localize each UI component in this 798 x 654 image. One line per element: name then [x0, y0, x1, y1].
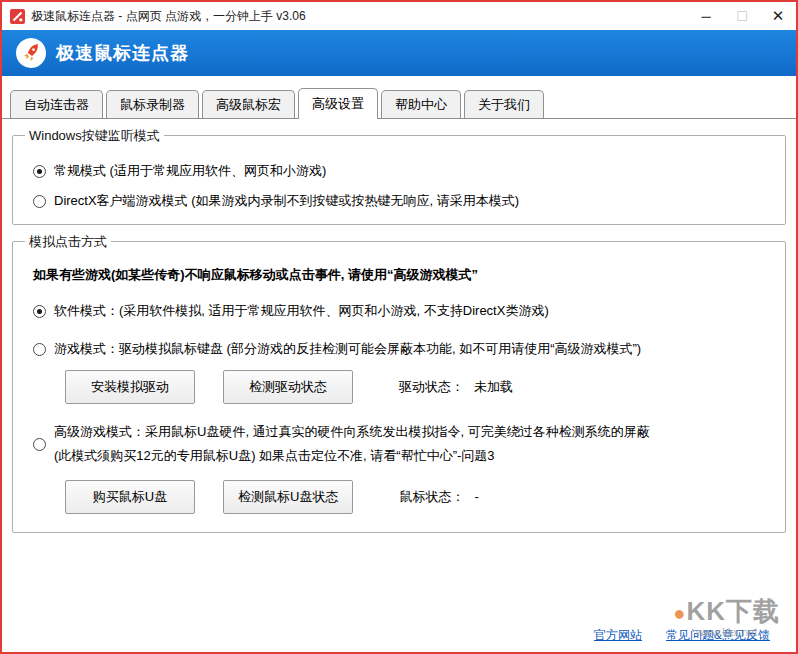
radio-advanced-game-mode[interactable]: 高级游戏模式：采用鼠标U盘硬件, 通过真实的硬件向系统发出模拟指令, 可完美绕过… [33, 420, 773, 468]
mouse-status-label: 鼠标状态： [399, 489, 464, 504]
app-icon [10, 9, 25, 24]
radio-normal-mode[interactable]: 常规模式 (适用于常规应用软件、网页和小游戏) [33, 162, 773, 180]
driver-status: 驱动状态：未加载 [399, 378, 513, 396]
close-button[interactable]: ✕ [760, 2, 796, 30]
radio-label: 常规模式 (适用于常规应用软件、网页和小游戏) [54, 162, 326, 180]
radio-software-mode[interactable]: 软件模式：(采用软件模拟, 适用于常规应用软件、网页和小游戏, 不支持Direc… [33, 302, 773, 320]
radio-game-mode[interactable]: 游戏模式：驱动模拟鼠标键盘 (部分游戏的反挂检测可能会屏蔽本功能, 如不可用请使… [33, 340, 773, 358]
radio-directx-mode[interactable]: DirectX客户端游戏模式 (如果游戏内录制不到按键或按热键无响应, 请采用本… [33, 192, 773, 210]
watermark-logo: ● [673, 602, 686, 624]
watermark-brand: ●KK下载 [673, 598, 780, 624]
tab-advanced-settings[interactable]: 高级设置 [298, 88, 378, 118]
key-listen-legend: Windows按键监听模式 [25, 127, 164, 145]
app-window: 极速鼠标连点器 - 点网页 点游戏，一分钟上手 v3.06 ─ ☐ ✕ 极速鼠标… [0, 0, 798, 654]
footer-links: 官方网站 常见问题&意见反馈 [594, 627, 770, 644]
usb-button-row: 购买鼠标U盘 检测鼠标U盘状态 鼠标状态：- [65, 480, 773, 514]
tab-mouse-recorder[interactable]: 鼠标录制器 [106, 90, 199, 118]
official-site-link[interactable]: 官方网站 [594, 627, 642, 644]
faq-feedback-link[interactable]: 常见问题&意见反馈 [666, 627, 770, 644]
tab-auto-clicker[interactable]: 自动连击器 [10, 90, 103, 118]
tab-help-center[interactable]: 帮助中心 [381, 90, 461, 118]
minimize-button[interactable]: ─ [688, 2, 724, 30]
mouse-status: 鼠标状态：- [399, 488, 478, 506]
key-listen-group: Windows按键监听模式 常规模式 (适用于常规应用软件、网页和小游戏) Di… [12, 135, 786, 225]
radio-indicator [33, 165, 46, 178]
rocket-icon [14, 36, 48, 70]
radio-indicator [33, 305, 46, 318]
tab-bar: 自动连击器 鼠标录制器 高级鼠标宏 高级设置 帮助中心 关于我们 [2, 76, 796, 119]
install-driver-button[interactable]: 安装模拟驱动 [65, 370, 195, 404]
mouse-status-value: - [474, 489, 478, 504]
click-method-legend: 模拟点击方式 [25, 233, 111, 251]
title-bar: 极速鼠标连点器 - 点网页 点游戏，一分钟上手 v3.06 ─ ☐ ✕ [2, 2, 796, 30]
window-controls: ─ ☐ ✕ [688, 2, 796, 30]
app-header: 极速鼠标连点器 [2, 30, 796, 76]
radio-indicator [33, 195, 46, 208]
app-title: 极速鼠标连点器 [56, 41, 189, 65]
check-driver-button[interactable]: 检测驱动状态 [223, 370, 353, 404]
game-mode-notice: 如果有些游戏(如某些传奇)不响应鼠标移动或点击事件, 请使用“高级游戏模式” [33, 266, 773, 284]
driver-status-label: 驱动状态： [399, 379, 464, 394]
driver-status-value: 未加载 [474, 379, 513, 394]
radio-label: 游戏模式：驱动模拟鼠标键盘 (部分游戏的反挂检测可能会屏蔽本功能, 如不可用请使… [54, 340, 641, 358]
radio-indicator [33, 343, 46, 356]
window-title: 极速鼠标连点器 - 点网页 点游戏，一分钟上手 v3.06 [31, 8, 306, 25]
tab-about-us[interactable]: 关于我们 [464, 90, 544, 118]
driver-button-row: 安装模拟驱动 检测驱动状态 驱动状态：未加载 [65, 370, 773, 404]
radio-label: 高级游戏模式：采用鼠标U盘硬件, 通过真实的硬件向系统发出模拟指令, 可完美绕过… [54, 420, 650, 468]
settings-panel: Windows按键监听模式 常规模式 (适用于常规应用软件、网页和小游戏) Di… [2, 119, 796, 652]
check-usb-button[interactable]: 检测鼠标U盘状态 [223, 480, 353, 514]
tab-advanced-macro[interactable]: 高级鼠标宏 [202, 90, 295, 118]
radio-label: 软件模式：(采用软件模拟, 适用于常规应用软件、网页和小游戏, 不支持Direc… [54, 302, 549, 320]
radio-label: DirectX客户端游戏模式 (如果游戏内录制不到按键或按热键无响应, 请采用本… [54, 192, 519, 210]
radio-indicator [33, 438, 46, 451]
click-method-group: 模拟点击方式 如果有些游戏(如某些传奇)不响应鼠标移动或点击事件, 请使用“高级… [12, 241, 786, 533]
maximize-button[interactable]: ☐ [724, 2, 760, 30]
buy-usb-button[interactable]: 购买鼠标U盘 [65, 480, 195, 514]
